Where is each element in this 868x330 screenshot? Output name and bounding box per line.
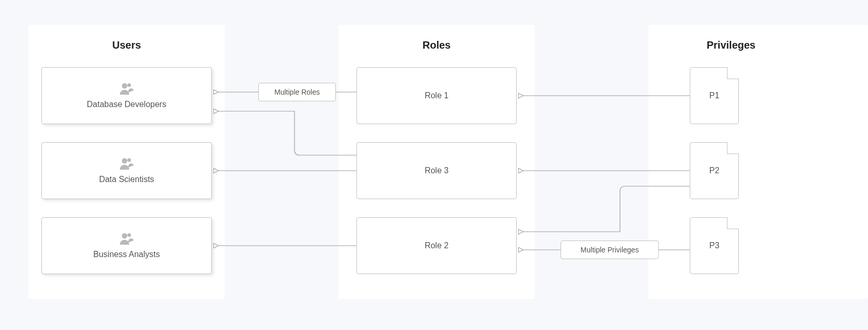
svg-point-3 [127, 158, 131, 162]
svg-point-4 [122, 233, 127, 238]
role-card-2: Role 2 [357, 217, 517, 274]
users-panel-title: Users [28, 39, 225, 51]
edge-label-text: Multiple Roles [274, 88, 320, 96]
users-icon [119, 82, 134, 95]
user-card-data-scientists: Data Scientists [41, 142, 212, 199]
role-card-label: Role 2 [425, 241, 448, 250]
svg-point-2 [122, 158, 127, 163]
svg-point-5 [127, 233, 131, 237]
edge-label-multiple-privileges: Multiple Privileges [561, 241, 659, 259]
privilege-card-label: P2 [709, 166, 720, 175]
diagram-canvas: Users Roles Privileges Database Develope… [0, 0, 868, 330]
role-card-label: Role 3 [425, 166, 448, 175]
privilege-card-p3: P3 [690, 217, 739, 274]
role-card-label: Role 1 [425, 91, 448, 100]
edge-label-text: Multiple Privileges [581, 246, 639, 254]
privileges-panel-title: Privileges [648, 39, 814, 51]
user-card-label: Data Scientists [99, 175, 154, 184]
privileges-panel: Privileges [648, 25, 868, 299]
user-card-database-developers: Database Developers [41, 67, 212, 124]
privilege-card-p1: P1 [690, 67, 739, 124]
user-card-label: Business Analysts [94, 250, 160, 259]
svg-point-1 [127, 83, 131, 87]
privilege-card-label: P1 [709, 91, 720, 100]
svg-point-0 [122, 83, 127, 88]
role-card-3: Role 3 [357, 142, 517, 199]
roles-panel-title: Roles [338, 39, 535, 51]
users-icon [119, 157, 134, 170]
users-icon [119, 232, 134, 245]
user-card-business-analysts: Business Analysts [41, 217, 212, 274]
edge-label-multiple-roles: Multiple Roles [258, 83, 336, 101]
role-card-1: Role 1 [357, 67, 517, 124]
privilege-card-label: P3 [709, 241, 720, 250]
privilege-card-p2: P2 [690, 142, 739, 199]
user-card-label: Database Developers [87, 100, 166, 109]
